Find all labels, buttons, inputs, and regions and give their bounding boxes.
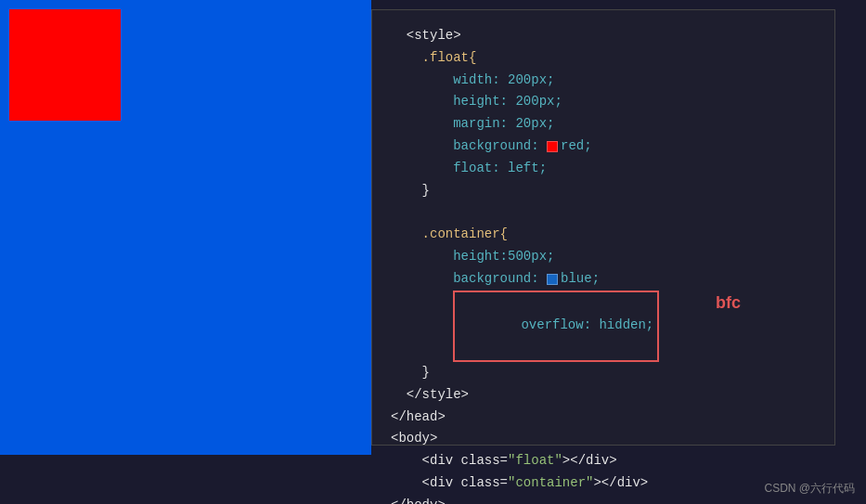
code-text: </head> — [391, 407, 446, 429]
code-line: height:500px; — [372, 246, 834, 268]
highlighted-code: overflow: hidden; — [453, 291, 659, 362]
code-text: overflow: hidden; — [521, 317, 653, 332]
code-text: <style> — [391, 25, 461, 47]
code-text: ></div> — [562, 450, 617, 472]
code-text: <div class= — [391, 450, 508, 472]
code-line: } — [372, 362, 834, 384]
preview-area — [0, 0, 371, 455]
code-text: red; — [561, 136, 592, 158]
code-text: </style> — [391, 384, 469, 407]
code-line: } — [372, 180, 834, 202]
code-text: </body> — [391, 495, 446, 504]
code-text: } — [391, 180, 430, 202]
code-text: .container{ — [391, 224, 508, 246]
overflow-line: overflow: hidden; bfc — [372, 291, 834, 362]
code-line — [372, 201, 834, 224]
code-line: background: blue; — [372, 268, 834, 291]
code-panel: <style> .float{ width: 200px; height: 20… — [371, 9, 835, 446]
code-text: float: left; — [391, 158, 547, 180]
color-swatch-red — [547, 141, 558, 152]
code-line: <div class="float"></div> — [372, 450, 834, 472]
code-line: width: 200px; — [372, 70, 834, 92]
code-line: background: red; — [372, 136, 834, 158]
float-box — [9, 9, 121, 121]
code-line: .container{ — [372, 224, 834, 246]
code-line: <body> — [372, 428, 834, 450]
code-text — [391, 315, 453, 337]
code-text: height: 200px; — [391, 91, 562, 113]
code-text: blue; — [561, 268, 600, 291]
code-text: width: 200px; — [391, 70, 554, 92]
code-text: .float{ — [391, 47, 476, 70]
color-swatch-blue — [547, 274, 558, 285]
code-text: <body> — [391, 428, 437, 450]
bfc-label: bfc — [716, 289, 741, 317]
code-line: height: 200px; — [372, 91, 834, 113]
code-text — [391, 201, 398, 224]
code-line: </head> — [372, 407, 834, 429]
code-text: margin: 20px; — [391, 113, 554, 136]
code-text: background: — [391, 136, 547, 158]
code-text: "float" — [508, 450, 562, 472]
code-text: background: — [391, 268, 547, 291]
code-text: } — [391, 362, 430, 384]
code-line: </style> — [372, 384, 834, 407]
code-text: "container" — [508, 472, 593, 495]
code-text: ></div> — [593, 472, 648, 495]
code-text: <div class= — [391, 472, 508, 495]
watermark: CSDN @六行代码 — [764, 481, 855, 497]
code-text: height:500px; — [391, 246, 554, 268]
code-line: <style> — [372, 25, 834, 47]
code-line: float: left; — [372, 158, 834, 180]
code-line: .float{ — [372, 47, 834, 70]
code-line: margin: 20px; — [372, 113, 834, 136]
